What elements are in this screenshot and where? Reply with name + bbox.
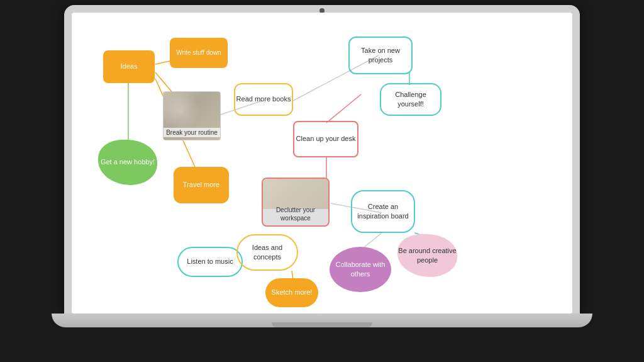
svg-line-7	[326, 94, 361, 123]
screen-content: Ideas Write stuff down Break your routin…	[72, 13, 572, 314]
node-be-around[interactable]: Be around creative people	[397, 234, 457, 277]
laptop-wrapper: Ideas Write stuff down Break your routin…	[39, 5, 605, 358]
svg-line-11	[362, 233, 382, 249]
laptop-base	[52, 314, 592, 327]
node-collaborate[interactable]: Collaborate with others	[330, 247, 391, 292]
node-listen[interactable]: Listen to music	[177, 247, 243, 277]
node-challenge[interactable]: Challenge yourself!	[380, 83, 441, 116]
node-declutter[interactable]: Declutter your workspace	[262, 178, 330, 227]
node-break-routine[interactable]: Break your routine	[163, 91, 221, 140]
node-sketch[interactable]: Sketch more!	[265, 278, 318, 307]
node-get-hobby[interactable]: Get a new hobby!	[98, 140, 157, 185]
node-ideas-concepts[interactable]: Ideas and concepts	[236, 234, 298, 271]
node-create-board[interactable]: Create an inspiration board	[351, 190, 415, 233]
node-write[interactable]: Write stuff down	[170, 38, 228, 68]
node-travel[interactable]: Travel more	[174, 167, 229, 203]
node-read[interactable]: Read more books	[234, 83, 293, 116]
node-ideas[interactable]: Ideas	[103, 50, 155, 83]
laptop-screen: Ideas Write stuff down Break your routin…	[64, 5, 580, 314]
node-clean-desk[interactable]: Clean up your desk	[293, 121, 358, 157]
node-take-on[interactable]: Take on new projects	[348, 37, 413, 74]
